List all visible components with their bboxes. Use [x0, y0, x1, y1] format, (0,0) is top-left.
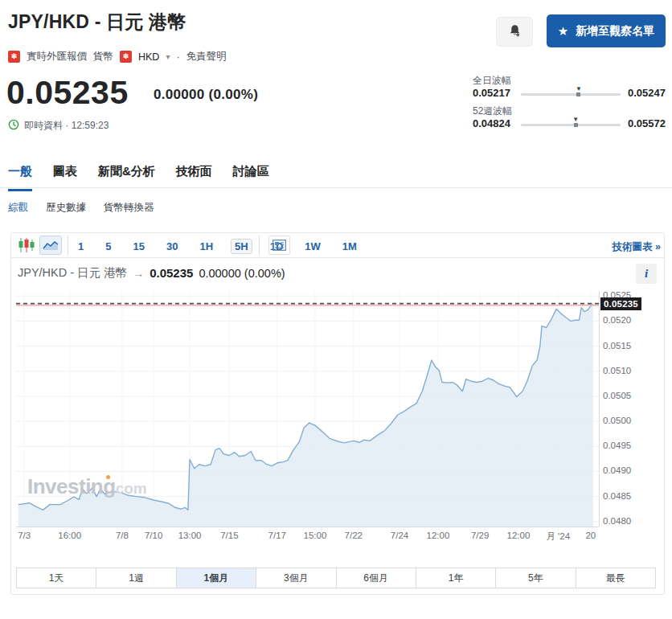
x-tick-label: 7/10 [136, 531, 171, 540]
disclaimer-link[interactable]: 免責聲明 [186, 50, 227, 64]
y-tick-label: 0.0495 [603, 441, 631, 450]
clock-icon [8, 119, 19, 133]
x-tick-label: 7/15 [211, 531, 247, 540]
timeframe-1y[interactable]: 1年 [416, 568, 496, 588]
realtime-label: 即時資料 · 12:59:23 [24, 119, 109, 133]
y-axis-labels: 0.05250.05200.05150.05100.05050.05000.04… [603, 291, 651, 527]
subtab-historical-data[interactable]: 歷史數據 [46, 201, 86, 215]
x-tick-label: 7/17 [260, 531, 295, 540]
subtab-overview[interactable]: 綜觀 [8, 201, 28, 215]
chart-last-price: 0.05235 [150, 266, 193, 280]
y-tick-label: 0.0485 [603, 491, 631, 501]
interval-5[interactable]: 5 [101, 239, 115, 254]
chart-price-change: 0.00000 (0.00%) [199, 267, 285, 280]
daily-range-slider [521, 93, 621, 96]
subtab-currency-converter[interactable]: 貨幣轉換器 [104, 201, 154, 215]
breadcrumb-separator: · [176, 51, 179, 63]
timeframe-6mo[interactable]: 6個月 [337, 568, 416, 588]
x-axis-line [16, 527, 599, 527]
star-icon: ★ [558, 25, 568, 37]
interval-1m[interactable]: 1M [338, 239, 361, 254]
info-icon[interactable]: i [636, 264, 657, 284]
watermark-text-suffix: com [116, 480, 147, 497]
investing-watermark: Investingcom [27, 474, 147, 499]
hk-flag-icon: ✽ [120, 51, 132, 63]
y-tick-label: 0.0510 [603, 366, 631, 375]
chart-symbol-name: JPY/HKD - 日元 港幣 [18, 265, 127, 281]
currency-dropdown[interactable]: HKD [138, 51, 159, 63]
sub-tabs: 綜觀 歷史數據 貨幣轉換器 [8, 201, 154, 215]
x-tick-label: 7/29 [462, 531, 498, 540]
x-tick-label: 月 '24 [540, 531, 576, 543]
52wk-range-label: 52週波幅 [473, 105, 512, 118]
chevron-down-icon[interactable]: ▾ [166, 52, 170, 61]
52wk-range-high: 0.05572 [624, 117, 666, 129]
arrow-right-icon: → [133, 267, 144, 280]
x-tick-label: 13:00 [172, 531, 207, 540]
52wk-range-slider [521, 124, 621, 126]
x-tick-label: 16:00 [52, 531, 88, 540]
y-tick-label: 0.0500 [603, 416, 631, 425]
timeframe-1w[interactable]: 1週 [96, 568, 176, 588]
x-tick-label: 15:00 [297, 531, 333, 540]
52wk-range-low: 0.04824 [473, 117, 510, 129]
x-tick-label: 7/22 [336, 531, 371, 540]
y-tick-label: 0.0520 [603, 315, 631, 325]
watermark-text: Investing [27, 474, 116, 498]
y-tick-label: 0.0505 [603, 391, 631, 400]
jpy-hkd-quote-page: JPY/HKD - 日元 港幣 ★ 新增至觀察名單 ✽ 實時外匯報價 貨幣 ✽ … [0, 0, 672, 619]
price-change: 0.00000 (0.00%) [154, 87, 258, 103]
layout-news-icon [272, 240, 286, 251]
y-tick-label: 0.0490 [603, 465, 631, 475]
interval-1w[interactable]: 1W [301, 239, 325, 254]
interval-buttons: 1 5 15 30 1H 5H 1D 1W 1M [74, 239, 361, 254]
breadcrumb-category[interactable]: 貨幣 [93, 50, 113, 64]
x-tick-label: 7/8 [104, 531, 140, 540]
x-tick-label: 12:00 [420, 531, 456, 540]
bell-plus-icon [507, 23, 522, 41]
area-chart-button[interactable] [39, 236, 62, 255]
y-tick-label: 0.0515 [603, 341, 631, 350]
realtime-status: 即時資料 · 12:59:23 [8, 119, 109, 133]
x-tick-label: 20 [573, 531, 608, 540]
watermark-dot [106, 475, 110, 479]
timeframe-max[interactable]: 最長 [576, 568, 655, 588]
interval-5h[interactable]: 5H [231, 239, 252, 254]
interval-1h[interactable]: 1H [195, 239, 217, 254]
52wk-range-marker: ▼ [572, 117, 579, 127]
x-tick-label: 7/24 [382, 531, 417, 540]
breadcrumb: ✽ 實時外匯報價 貨幣 ✽ HKD ▾ · 免責聲明 [8, 50, 227, 64]
add-to-watchlist-button[interactable]: ★ 新增至觀察名單 [547, 14, 666, 47]
price-alert-button[interactable] [496, 17, 533, 47]
daily-range-label: 全日波幅 [473, 74, 511, 88]
timeframe-1d[interactable]: 1天 [17, 568, 96, 588]
breadcrumb-quote-type[interactable]: 實時外匯報價 [27, 50, 87, 64]
interval-30[interactable]: 30 [162, 239, 182, 254]
technical-chart-link[interactable]: 技術圖表 » [613, 240, 661, 254]
daily-range-low: 0.05217 [473, 87, 510, 99]
interval-1[interactable]: 1 [74, 239, 88, 254]
interval-15[interactable]: 15 [129, 239, 148, 254]
x-tick-label: 12:00 [501, 531, 536, 540]
timeframe-5y[interactable]: 5年 [496, 568, 576, 588]
y-tick-label: 0.0480 [603, 516, 631, 526]
toolbar-separator [68, 236, 68, 255]
toolbar-divider [11, 257, 664, 258]
hk-flag-icon: ✽ [8, 51, 20, 63]
chart-layout-button[interactable] [268, 236, 290, 255]
timeframe-1mo[interactable]: 1個月 [177, 568, 256, 588]
timeframe-3mo[interactable]: 3個月 [256, 568, 336, 588]
watchlist-button-label: 新增至觀察名單 [576, 24, 654, 39]
x-tick-label: 7/3 [6, 531, 42, 540]
last-price: 0.05235 [6, 74, 129, 112]
candlestick-chart-button[interactable] [18, 237, 35, 253]
page-title: JPY/HKD - 日元 港幣 [8, 10, 186, 35]
daily-range-high: 0.05247 [624, 87, 666, 99]
timeframe-buttons: 1天 1週 1個月 3個月 6個月 1年 5年 最長 [16, 568, 656, 588]
daily-range-marker: ▼ [576, 87, 582, 96]
chart-legend: JPY/HKD - 日元 港幣 → 0.05235 0.00000 (0.00%… [18, 265, 285, 281]
x-axis-labels: 7/316:007/87/1013:007/157/1715:007/227/2… [16, 531, 599, 543]
current-price-tag: 0.05235 [600, 297, 641, 310]
toolbar-separator [259, 236, 260, 255]
tabs-divider [0, 187, 672, 188]
